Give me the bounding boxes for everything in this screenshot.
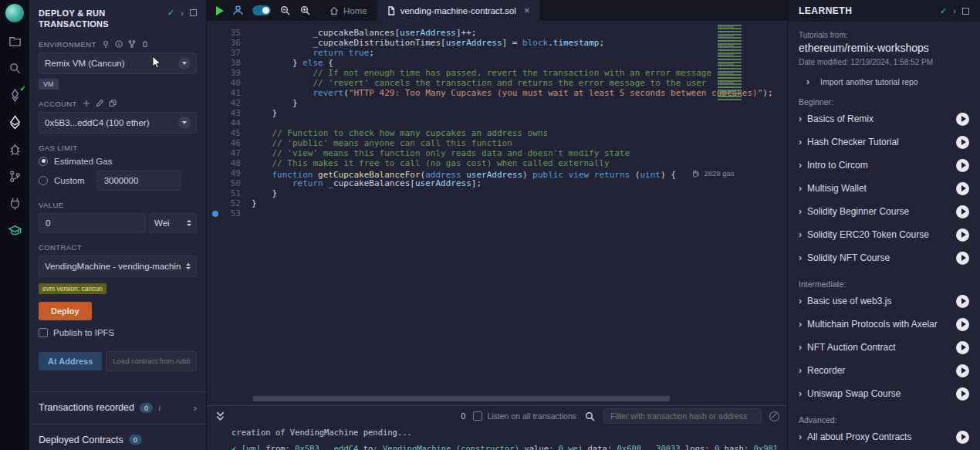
environment-select[interactable]: Remix VM (Cancun) [39, 52, 197, 74]
publish-to-ipfs-checkbox[interactable] [39, 328, 48, 337]
code-line[interactable]: 42 } [207, 98, 787, 108]
import-tutorial-repo[interactable]: › Import another tutorial repo [806, 76, 969, 87]
environment-pin-icon[interactable] [102, 40, 110, 48]
transactions-recorded-row[interactable]: Transactions recorded 0 i › [39, 392, 197, 424]
sidebar-item-search[interactable] [6, 59, 23, 76]
breakpoint-dot[interactable] [212, 211, 218, 217]
zoom-in-icon[interactable] [299, 5, 311, 16]
tutorial-item[interactable]: ›Multisig Wallet [799, 177, 969, 200]
sidebar-item-deploy-run[interactable] [6, 113, 23, 130]
sidebar-item-learneth[interactable] [6, 222, 23, 239]
horizontal-scrollbar[interactable] [253, 396, 670, 401]
line-number[interactable]: 42 [207, 98, 252, 108]
code-line[interactable]: 37 return true; [207, 48, 787, 58]
play-tutorial-button[interactable] [956, 136, 969, 149]
at-address-input[interactable] [106, 351, 197, 371]
code-line[interactable]: 52} [207, 198, 787, 208]
tutorial-item[interactable]: ›Multichain Protocols with Axelar [799, 313, 969, 336]
code-line[interactable]: 46 // 'public' means anyone can call thi… [207, 138, 787, 148]
code-line[interactable]: 51 } [207, 188, 787, 198]
line-number[interactable]: 49 [207, 168, 252, 178]
sidebar-item-plugin-manager[interactable] [6, 195, 23, 211]
minimap[interactable] [718, 25, 747, 100]
copy-account-icon[interactable] [109, 100, 117, 107]
line-number[interactable]: 50 [207, 178, 252, 188]
line-number[interactable]: 40 [207, 78, 252, 88]
expand-terminal-icon[interactable] [215, 411, 226, 422]
play-tutorial-button[interactable] [956, 228, 969, 242]
estimated-gas-radio[interactable] [39, 157, 48, 166]
play-tutorial-button[interactable] [956, 295, 969, 308]
code-line[interactable]: 49 function getCupcakeBalanceFor(address… [207, 168, 787, 178]
line-number[interactable]: 47 [207, 148, 252, 158]
line-number[interactable]: 39 [207, 68, 252, 78]
code-line[interactable]: 43 } [207, 108, 787, 118]
line-number[interactable]: 46 [207, 138, 252, 148]
sidebar-item-debugger[interactable] [6, 140, 23, 157]
play-tutorial-button[interactable] [956, 318, 969, 331]
play-tutorial-button[interactable] [956, 431, 969, 444]
tutorial-item[interactable]: ›All about Proxy Contracts [799, 425, 969, 448]
code-editor[interactable]: 35 _cupcakeBalances[userAddress]++;36 _c… [207, 21, 787, 405]
sign-message-icon[interactable] [96, 100, 103, 107]
environment-delete-icon[interactable] [141, 40, 149, 48]
line-number[interactable]: 38 [207, 58, 252, 68]
add-account-icon[interactable] [83, 100, 90, 107]
code-line[interactable]: 38 } else { [207, 58, 787, 68]
terminal-log-line[interactable]: ✔ [vm] from: 0x5B3...eddC4 to: VendingMa… [231, 444, 787, 450]
pin-panel-icon[interactable] [190, 9, 197, 16]
line-number[interactable]: 48 [207, 158, 252, 168]
copilot-person-icon[interactable] [232, 5, 244, 16]
line-number[interactable]: 41 [207, 88, 252, 98]
code-line[interactable]: 50 return _cupcakeBalances[userAddress]; [207, 178, 787, 188]
line-number[interactable]: 37 [207, 48, 252, 58]
tutorial-item[interactable]: ›Recorder [799, 359, 969, 382]
panel-chevron-icon[interactable]: › [181, 8, 184, 18]
tutorial-item[interactable]: ›Solidity ERC20 Token Course [799, 223, 969, 246]
play-tutorial-button[interactable] [956, 252, 969, 265]
play-tutorial-button[interactable] [956, 364, 969, 377]
sidebar-item-solidity-compiler[interactable]: ✓ [6, 86, 23, 103]
line-number[interactable]: 52 [207, 198, 252, 208]
line-number[interactable]: 51 [207, 188, 252, 198]
play-tutorial-button[interactable] [956, 159, 969, 172]
tutorial-item[interactable]: ›Basics of Remix [799, 107, 969, 130]
remix-logo-icon[interactable] [5, 4, 24, 22]
code-line[interactable]: 45 // Function to check how many cupcake… [207, 128, 787, 138]
line-number[interactable]: 44 [207, 118, 252, 128]
tutorial-item[interactable]: ›Basic use of web3.js [799, 289, 969, 313]
chevron-right-icon[interactable]: › [194, 402, 197, 414]
environment-fork-icon[interactable] [128, 40, 136, 48]
code-line[interactable]: 47 // 'view' means this function only re… [207, 148, 787, 158]
play-tutorial-button[interactable] [956, 182, 969, 195]
play-tutorial-button[interactable] [956, 205, 969, 218]
panel-chevron-icon[interactable]: › [953, 6, 956, 15]
line-number[interactable]: 45 [207, 128, 252, 138]
sidebar-item-file-explorer[interactable] [6, 32, 23, 49]
tutorial-item[interactable]: ›Solidity NFT Course [799, 246, 969, 269]
code-line[interactable]: 53 [207, 208, 787, 218]
tab-home[interactable]: Home [320, 0, 377, 21]
tutorial-item[interactable]: ›Solidity Beginner Course [799, 200, 969, 223]
copilot-toggle[interactable] [252, 5, 271, 15]
line-number[interactable]: 43 [207, 108, 252, 118]
tutorial-item[interactable]: ›Hash Checker Tutorial [799, 130, 969, 154]
tutorial-item[interactable]: ›Uniswap Swap Course [799, 382, 969, 405]
code-line[interactable]: 39 // If not enough time has passed, rev… [207, 68, 787, 78]
environment-info-icon[interactable] [115, 40, 123, 48]
deploy-button[interactable]: Deploy [39, 302, 92, 320]
line-number[interactable]: 35 [207, 28, 252, 38]
code-line[interactable]: 36 _cupcakeDistributionTimes[userAddress… [207, 38, 787, 48]
tutorial-item[interactable]: ›NFT Auction Contract [799, 336, 969, 359]
play-tutorial-button[interactable] [956, 113, 969, 126]
play-tutorial-button[interactable] [956, 341, 969, 354]
custom-gas-input[interactable] [97, 171, 181, 191]
run-script-icon[interactable] [216, 6, 224, 15]
sidebar-item-source-control[interactable] [6, 167, 23, 184]
pin-panel-icon[interactable] [962, 8, 969, 15]
terminal-search-icon[interactable] [584, 411, 596, 422]
at-address-button[interactable]: At Address [39, 352, 102, 370]
tab-vending-machine-contract[interactable]: vending-machine-contract.sol × [377, 0, 540, 21]
code-line[interactable]: 44 [207, 118, 787, 128]
contract-select[interactable]: VendingMachine - vending-machin [39, 255, 197, 277]
